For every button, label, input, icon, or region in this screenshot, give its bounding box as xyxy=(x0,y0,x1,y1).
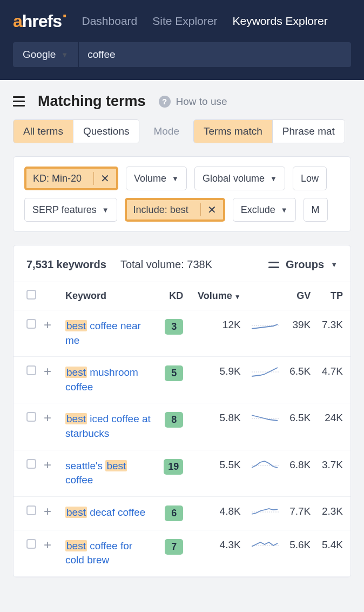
keyword-link[interactable]: best coffee for cold brew xyxy=(65,539,152,568)
kd-badge: 6 xyxy=(165,505,183,521)
keyword-link[interactable]: best mushroom coffee xyxy=(65,365,152,394)
trend-sparkline xyxy=(252,505,279,518)
filter-label: Global volume xyxy=(203,173,265,184)
filter-label: SERP features xyxy=(32,204,97,216)
col-keyword[interactable]: Keyword xyxy=(60,282,158,310)
total-volume: Total volume: 738K xyxy=(120,258,212,271)
trend-sparkline xyxy=(252,459,279,472)
trend-sparkline xyxy=(252,412,279,425)
logo: ahrefs. xyxy=(13,11,67,31)
filter-low[interactable]: Low xyxy=(293,167,327,190)
volume-cell: 4.8K xyxy=(192,496,246,530)
select-all-checkbox[interactable] xyxy=(26,290,36,300)
table-row: +best coffee for cold brew74.3K5.6K5.4K xyxy=(14,530,350,576)
expand-icon[interactable]: + xyxy=(42,412,53,424)
col-kd[interactable]: KD xyxy=(158,282,192,310)
gv-cell: 6.8K xyxy=(284,450,316,496)
question-icon: ? xyxy=(159,96,171,108)
tp-cell: 7.3K xyxy=(316,310,350,357)
tp-cell: 5.4K xyxy=(316,530,350,576)
gv-cell: 39K xyxy=(284,310,316,357)
expand-icon[interactable]: + xyxy=(42,459,53,471)
help-link[interactable]: ? How to use xyxy=(159,96,227,108)
highlight: best xyxy=(65,540,87,551)
filter-exclude[interactable]: Exclude▼ xyxy=(233,198,296,222)
kd-badge: 8 xyxy=(165,412,183,428)
highlight: best xyxy=(65,367,87,378)
tp-cell: 3.7K xyxy=(316,450,350,496)
tab-terms-match[interactable]: Terms match xyxy=(194,120,273,143)
tabs-row: All termsQuestions Mode Terms matchPhras… xyxy=(0,119,364,143)
close-icon[interactable]: ✕ xyxy=(200,203,223,216)
tab-phrase-mat[interactable]: Phrase mat xyxy=(273,120,345,143)
chevron-down-icon: ▼ xyxy=(102,206,109,214)
groups-label: Groups xyxy=(286,258,324,271)
volume-cell: 12K xyxy=(192,310,246,357)
expand-icon[interactable]: + xyxy=(42,539,53,551)
search-engine-select[interactable]: Google ▼ xyxy=(13,42,78,67)
tp-cell: 4.7K xyxy=(316,357,350,403)
sort-desc-icon: ▼ xyxy=(234,293,241,301)
expand-icon[interactable]: + xyxy=(42,319,53,331)
expand-icon[interactable]: + xyxy=(42,505,53,517)
nav-keywords-explorer[interactable]: Keywords Explorer xyxy=(232,15,327,28)
tab-group-mode: Terms matchPhrase mat xyxy=(193,119,345,143)
filter-include-best[interactable]: Include: best✕ xyxy=(125,198,225,222)
keyword-link[interactable]: best iced coffee at starbucks xyxy=(65,412,152,441)
kd-badge: 7 xyxy=(165,539,183,555)
nav-site-explorer[interactable]: Site Explorer xyxy=(152,15,217,28)
close-icon[interactable]: ✕ xyxy=(93,172,116,185)
trend-sparkline xyxy=(252,365,279,378)
search-input-wrap xyxy=(79,42,351,67)
col-tp[interactable]: TP xyxy=(316,282,350,310)
nav-links: DashboardSite ExplorerKeywords Explorer xyxy=(82,15,328,28)
results-header: 7,531 keywords Total volume: 738K Groups… xyxy=(14,245,350,282)
table-row: +best coffee near me312K39K7.3K xyxy=(14,310,350,357)
row-checkbox[interactable] xyxy=(26,539,36,549)
tp-cell: 24K xyxy=(316,403,350,450)
highlight: best xyxy=(105,460,127,471)
filter-serp-features[interactable]: SERP features▼ xyxy=(24,198,117,222)
row-checkbox[interactable] xyxy=(26,365,36,375)
filter-volume[interactable]: Volume▼ xyxy=(126,167,187,190)
filter-kd-min-[interactable]: KD: Min-20✕ xyxy=(24,167,118,190)
col-volume[interactable]: Volume▼ xyxy=(192,282,246,310)
trend-sparkline xyxy=(252,539,279,552)
row-checkbox[interactable] xyxy=(26,319,36,329)
page-header: Matching terms ? How to use xyxy=(0,80,364,119)
table-row: +best iced coffee at starbucks85.8K6.5K2… xyxy=(14,403,350,450)
chevron-down-icon: ▼ xyxy=(281,206,288,214)
tab-questions[interactable]: Questions xyxy=(73,120,139,143)
row-checkbox[interactable] xyxy=(26,459,36,469)
keyword-link[interactable]: best decaf coffee xyxy=(65,505,145,520)
tab-all-terms[interactable]: All terms xyxy=(14,120,73,143)
search-engine-label: Google xyxy=(23,49,56,61)
volume-cell: 5.9K xyxy=(192,357,246,403)
volume-cell: 5.8K xyxy=(192,403,246,450)
col-expand xyxy=(42,282,60,310)
results-table: Keyword KD Volume▼ GV TP +best coffee ne… xyxy=(14,282,350,577)
keyword-link[interactable]: seattle's best coffee xyxy=(65,459,152,488)
volume-cell: 4.3K xyxy=(192,530,246,576)
nav-dashboard[interactable]: Dashboard xyxy=(82,15,138,28)
search-row: Google ▼ xyxy=(0,42,364,80)
filter-global-volume[interactable]: Global volume▼ xyxy=(194,167,285,190)
chevron-down-icon: ▼ xyxy=(172,175,179,183)
keyword-link[interactable]: best coffee near me xyxy=(65,319,152,348)
menu-icon[interactable] xyxy=(13,96,25,107)
highlight: best xyxy=(65,320,87,331)
row-checkbox[interactable] xyxy=(26,412,36,422)
groups-toggle[interactable]: Groups ▼ xyxy=(268,258,338,271)
trend-sparkline xyxy=(252,319,279,332)
kd-badge: 3 xyxy=(165,319,183,335)
mode-label: Mode xyxy=(153,125,179,137)
row-checkbox[interactable] xyxy=(26,505,36,515)
table-row: +seattle's best coffee195.5K6.8K3.7K xyxy=(14,450,350,496)
chevron-down-icon: ▼ xyxy=(61,51,68,59)
filter-label: Exclude xyxy=(241,204,275,216)
col-gv[interactable]: GV xyxy=(284,282,316,310)
filter-m[interactable]: M xyxy=(304,198,328,222)
expand-icon[interactable]: + xyxy=(42,365,53,377)
gv-cell: 6.5K xyxy=(284,403,316,450)
search-input[interactable] xyxy=(87,49,342,61)
